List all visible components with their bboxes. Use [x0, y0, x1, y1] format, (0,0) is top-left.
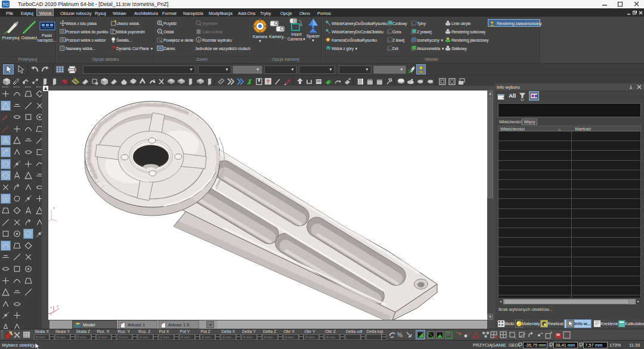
- svg-text:y: y: [50, 312, 52, 316]
- svg-text:%: %: [397, 332, 402, 338]
- svg-text:1: 1: [197, 38, 199, 42]
- svg-text:z: z: [57, 304, 58, 308]
- svg-text:x: x: [50, 306, 52, 309]
- svg-text:z: z: [53, 206, 55, 210]
- svg-text:TC: TC: [2, 2, 9, 7]
- svg-text:?: ?: [267, 79, 270, 85]
